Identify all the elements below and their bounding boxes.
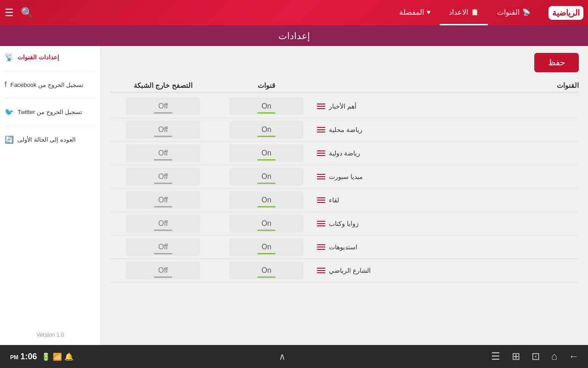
channel-label: استديوهات [329, 243, 357, 251]
sidebar-channel-settings-label: إعدادات القنوات [17, 54, 59, 61]
off-toggle-button[interactable]: Off [126, 262, 200, 279]
col-header-browse: التصفح خارج الشبكة [110, 81, 216, 90]
channel-name: استديوهات [317, 243, 579, 251]
save-button-row: حفظ [110, 53, 579, 72]
channel-name: ميديا سبورت [317, 173, 579, 180]
drag-handle-icon [317, 244, 325, 250]
browse-off-cell: Off [110, 215, 216, 232]
time-display: 1:06 PM [9, 352, 37, 362]
off-toggle-button[interactable]: Off [126, 121, 200, 138]
table-header: القنوات قنوات التصفح خارج الشبكة [110, 79, 579, 92]
channel-name: رياضة دولية [317, 150, 579, 157]
off-toggle-button[interactable]: Off [126, 98, 200, 115]
sidebar-divider-3 [5, 126, 96, 126]
battery-icon: 🔋 [41, 352, 51, 361]
channel-label: زوايا وكتاب [329, 220, 359, 227]
search-icon[interactable]: 🔍 [21, 7, 33, 19]
time-suffix: PM [10, 354, 18, 361]
drag-handle-icon [317, 174, 325, 179]
nav-favorites-label: المفضلة [399, 8, 424, 17]
bottom-status: 🔔 📶 🔋 1:06 PM [9, 352, 74, 362]
favorites-icon: ♥ [427, 8, 430, 16]
col-header-channels: قنوات [216, 81, 317, 90]
table-row: الشارع الرياضي On Off [110, 259, 579, 282]
toggle-on-cell: On [216, 262, 317, 279]
screenshot-icon[interactable]: ⊞ [512, 351, 520, 362]
on-toggle-button[interactable]: On [230, 168, 303, 185]
browse-off-cell: Off [110, 238, 216, 256]
rss-icon: 📡 [5, 53, 14, 62]
channel-label: الشارع الرياضي [329, 267, 371, 274]
channel-label: أهم الأخبار [329, 103, 356, 110]
table-row: رياضة دولية On Off [110, 142, 579, 165]
nav-items: 📡 القنوات 📋 الاعداد ♥ المفضلة [33, 0, 539, 25]
sidebar-item-twitter-logout[interactable]: تسجيل الخروج من Twitter 🐦 [5, 108, 96, 116]
channel-label: رياضة دولية [329, 150, 360, 157]
save-button[interactable]: حفظ [534, 53, 579, 72]
channel-name: أهم الأخبار [317, 103, 579, 110]
browse-off-cell: Off [110, 262, 216, 279]
on-toggle-button[interactable]: On [230, 215, 303, 232]
nav-channels[interactable]: 📡 القنوات [488, 0, 539, 25]
status-icons: 🔔 📶 🔋 [41, 352, 74, 361]
browse-off-cell: Off [110, 191, 216, 209]
nav-right-controls: 🔍 ☰ [5, 7, 33, 19]
page-title: إعدادات [278, 30, 310, 41]
table-row: ميديا سبورت On Off [110, 165, 579, 189]
off-toggle-button[interactable]: Off [126, 168, 200, 185]
chevron-up-icon[interactable]: ∧ [279, 351, 286, 362]
content-area: حفظ القنوات قنوات التصفح خارج الشبكة أهم… [101, 46, 588, 345]
toggle-on-cell: On [216, 215, 317, 232]
browse-off-cell: Off [110, 168, 216, 185]
hamburger-menu-icon[interactable]: ☰ [5, 7, 14, 19]
nav-settings[interactable]: 📋 الاعداد [440, 0, 488, 25]
wifi-icon: 📶 [53, 352, 62, 361]
on-toggle-button[interactable]: On [230, 121, 303, 138]
bottom-nav-items: ← ⌂ ⊡ ⊞ ☰ [491, 351, 579, 362]
table-row: أهم الأخبار On Off [110, 95, 579, 118]
channel-name: لقاء [317, 196, 579, 204]
off-toggle-button[interactable]: Off [126, 144, 200, 162]
sidebar: إعدادات القنوات 📡 تسجيل الخروج من Facebo… [0, 46, 101, 345]
sidebar-item-reset[interactable]: العوده إلى الحالة الأولى 🔄 [5, 135, 96, 144]
table-row: زوايا وكتاب On Off [110, 212, 579, 236]
sidebar-item-channel-settings[interactable]: إعدادات القنوات 📡 [5, 53, 96, 62]
twitter-icon: 🐦 [5, 108, 14, 116]
settings-icon: 📋 [471, 8, 479, 16]
recent-apps-icon[interactable]: ⊡ [531, 351, 540, 362]
off-toggle-button[interactable]: Off [126, 215, 200, 232]
notification-icon: 🔔 [64, 352, 74, 361]
drag-handle-icon [317, 127, 325, 132]
on-toggle-button[interactable]: On [230, 262, 303, 279]
channel-label: ميديا سبورت [329, 173, 363, 180]
toggle-on-cell: On [216, 98, 317, 115]
back-icon[interactable]: ← [569, 351, 579, 362]
browse-off-cell: Off [110, 121, 216, 138]
drag-handle-icon [317, 221, 325, 226]
page-title-bar: إعدادات [0, 25, 588, 46]
channel-name: زوايا وكتاب [317, 220, 579, 227]
on-toggle-button[interactable]: On [230, 191, 303, 209]
on-toggle-button[interactable]: On [230, 144, 303, 162]
on-toggle-button[interactable]: On [230, 238, 303, 256]
sidebar-divider-2 [5, 98, 96, 98]
version-text: Version 1.0 [5, 332, 96, 338]
toggle-on-cell: On [216, 121, 317, 138]
table-row: رياضة محلية On Off [110, 118, 579, 142]
home-icon[interactable]: ⌂ [551, 351, 557, 362]
logo-text: الرياضية [552, 8, 580, 18]
channel-label: رياضة محلية [329, 126, 362, 133]
bottom-bar: ← ⌂ ⊡ ⊞ ☰ ∧ 🔔 📶 🔋 1:06 PM [0, 345, 588, 368]
channel-name: الشارع الرياضي [317, 267, 579, 274]
nav-channels-label: القنوات [497, 8, 520, 17]
toggle-on-cell: On [216, 238, 317, 256]
menu-bottom-icon[interactable]: ☰ [491, 351, 500, 362]
sidebar-item-facebook-logout[interactable]: تسجيل الخروج من Facebook f [5, 80, 96, 89]
browse-off-cell: Off [110, 144, 216, 162]
off-toggle-button[interactable]: Off [126, 191, 200, 209]
on-toggle-button[interactable]: On [230, 98, 303, 115]
twitter-logout-label: تسجيل الخروج من Twitter [17, 109, 82, 115]
off-toggle-button[interactable]: Off [126, 238, 200, 256]
nav-favorites[interactable]: ♥ المفضلة [390, 0, 440, 25]
bottom-center: ∧ [279, 351, 286, 362]
